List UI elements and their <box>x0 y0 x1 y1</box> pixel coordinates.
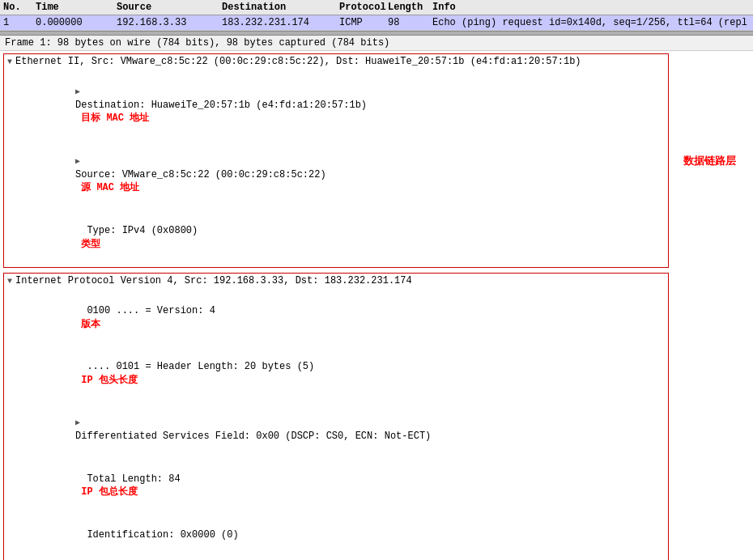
packet-list-header: No. Time Source Destination Protocol Len… <box>0 0 753 15</box>
ethernet-line-type: Type: IPv4 (0x0800) 类型 <box>17 210 655 265</box>
packet-info: Echo (ping) request id=0x140d, seq=1/256… <box>432 17 750 28</box>
expand-icon: ▶ <box>75 157 80 166</box>
ethernet-label: 数据链路层 <box>669 53 750 268</box>
ip-body: 0100 .... = Version: 4 版本 .... 0101 = He… <box>4 288 668 560</box>
type-annotation: 类型 <box>75 239 100 250</box>
ip-section-row: ▼ Internet Protocol Version 4, Src: 192.… <box>3 273 750 560</box>
col-header-time: Time <box>36 2 117 13</box>
packet-no: 1 <box>3 17 36 28</box>
ip-headerlen-text: .... 0101 = Header Length: 20 bytes (5) <box>75 361 314 372</box>
frame-text: Frame 1: 98 bytes on wire (784 bits), 98… <box>5 37 389 49</box>
col-header-source: Source <box>117 2 222 13</box>
ethernet-line-dst: ▶ Destination: HuaweiTe_20:57:1b (e4:fd:… <box>17 70 655 140</box>
version-annotation: 版本 <box>75 319 100 330</box>
col-header-no: No. <box>3 2 36 13</box>
packet-destination: 183.232.231.174 <box>222 17 339 28</box>
col-header-info: Info <box>432 2 750 13</box>
col-header-length: Length <box>388 2 432 13</box>
packet-protocol: ICMP <box>339 17 388 28</box>
packet-row[interactable]: 1 0.000000 192.168.3.33 183.232.231.174 … <box>0 15 753 31</box>
col-header-protocol: Protocol <box>339 2 388 13</box>
ip-totallen-text: Total Length: 84 <box>75 473 181 485</box>
totallen-annotation: IP 包总长度 <box>75 486 138 498</box>
frame-info-line: Frame 1: 98 bytes on wire (784 bits), 98… <box>0 36 753 51</box>
ethernet-dst-text: Destination: HuaweiTe_20:57:1b (e4:fd:a1… <box>75 100 367 111</box>
ip-dsfield-line: ▶ Differentiated Services Field: 0x00 (D… <box>17 402 655 458</box>
ethernet-line-src: ▶ Source: VMware_c8:5c:22 (00:0c:29:c8:5… <box>17 140 655 210</box>
ethernet-section-row: ▼ Ethernet II, Src: VMware_c8:5c:22 (00:… <box>3 53 750 268</box>
ip-header-text: Internet Protocol Version 4, Src: 192.16… <box>15 275 412 286</box>
expand-icon: ▶ <box>75 87 80 96</box>
packet-source: 192.168.3.33 <box>117 17 222 28</box>
ip-label: IP 层 <box>669 273 750 560</box>
ip-version-line: 0100 .... = Version: 4 版本 <box>17 290 655 346</box>
ethernet-header[interactable]: ▼ Ethernet II, Src: VMware_c8:5c:22 (00:… <box>4 54 668 69</box>
ip-flags-line: ▶ Flags: 0x4000, Don't fragment 不分片的标志 <box>17 556 655 560</box>
ethernet-section: ▼ Ethernet II, Src: VMware_c8:5c:22 (00:… <box>3 53 669 268</box>
ip-toggle-icon: ▼ <box>7 277 12 286</box>
src-mac-annotation: 源 MAC 地址 <box>75 182 139 193</box>
ip-header[interactable]: ▼ Internet Protocol Version 4, Src: 192.… <box>4 274 668 288</box>
ethernet-body: ▶ Destination: HuaweiTe_20:57:1b (e4:fd:… <box>4 69 668 267</box>
ip-version-text: 0100 .... = Version: 4 <box>75 305 215 316</box>
ethernet-src-text: Source: VMware_c8:5c:22 (00:0c:29:c8:5c:… <box>75 169 326 180</box>
ip-dsfield-text: Differentiated Services Field: 0x00 (DSC… <box>75 431 431 442</box>
headerlen-annotation: IP 包头长度 <box>75 375 138 386</box>
expand-icon: ▶ <box>75 418 80 427</box>
ip-id-text: Identification: 0x0000 (0) <box>75 529 239 541</box>
ip-totallen-line: Total Length: 84 IP 包总长度 <box>17 458 655 514</box>
col-header-destination: Destination <box>222 2 339 13</box>
packet-length: 98 <box>388 17 432 28</box>
ip-section: ▼ Internet Protocol Version 4, Src: 192.… <box>3 273 669 560</box>
dst-mac-annotation: 目标 MAC 地址 <box>75 112 149 124</box>
ethernet-header-text: Ethernet II, Src: VMware_c8:5c:22 (00:0c… <box>15 56 581 67</box>
ip-id-line: Identification: 0x0000 (0) <box>17 514 655 556</box>
ip-headerlen-line: .... 0101 = Header Length: 20 bytes (5) … <box>17 346 655 401</box>
ethernet-type-text: Type: IPv4 (0x0800) <box>75 225 198 236</box>
ethernet-toggle-icon: ▼ <box>7 57 12 66</box>
packet-time: 0.000000 <box>36 17 117 28</box>
